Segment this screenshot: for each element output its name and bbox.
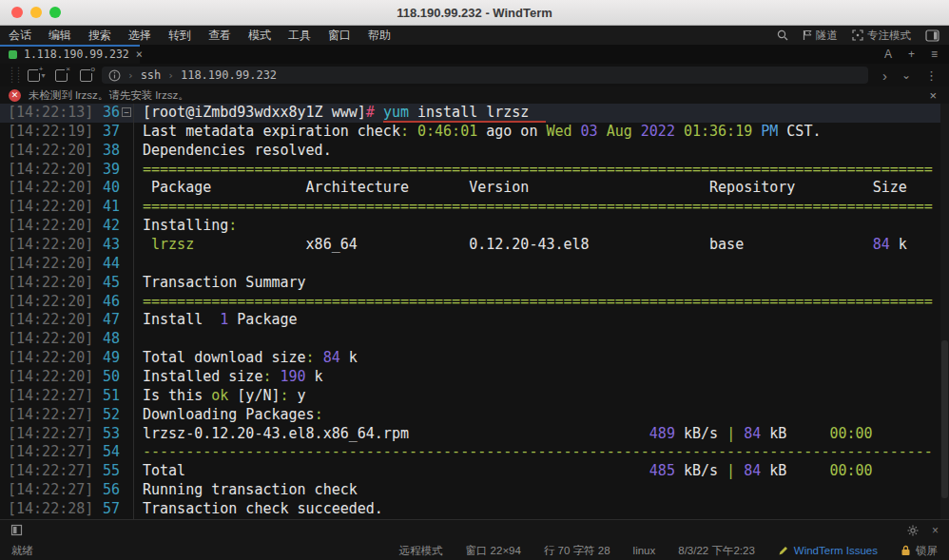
- menu-item-6[interactable]: 模式: [240, 28, 280, 44]
- line-number: 40: [93, 179, 120, 198]
- minimize-window-button[interactable]: [30, 7, 42, 18]
- panel-icon[interactable]: [10, 524, 23, 536]
- terminal-line: [14:22:20]46============================…: [0, 293, 949, 312]
- line-number: 53: [93, 425, 120, 444]
- terminal-line-text: [root@iZmbd93wdxx8y1Z www]# yum install …: [133, 104, 949, 123]
- terminal-line-text: Total 485 kB/s | 84 kB 00:00: [133, 462, 949, 481]
- tab-list-button[interactable]: ≡: [931, 48, 938, 61]
- kebab-menu-icon[interactable]: ⋮: [925, 68, 938, 83]
- titlebar: 118.190.99.232 - WindTerm: [0, 0, 949, 26]
- close-window-button[interactable]: [11, 7, 23, 18]
- clone-session-button[interactable]: o: [77, 68, 95, 83]
- breadcrumb-chevron-icon: ›: [127, 69, 134, 82]
- terminal-line: [14:22:20]41============================…: [0, 198, 949, 217]
- terminal-line-text: Package Architecture Version Repository …: [133, 179, 949, 198]
- terminal-line-text: Installed size: 190 k: [133, 368, 949, 387]
- status-cursor-position: 行 70 字符 28: [544, 544, 610, 558]
- menu-item-9[interactable]: 帮助: [359, 28, 399, 44]
- error-icon: ✕: [9, 89, 21, 102]
- line-number: 56: [93, 481, 120, 500]
- terminal-viewport[interactable]: [14:22:13]36−[root@iZmbd93wdxx8y1Z www]#…: [0, 104, 949, 519]
- tunnel-button[interactable]: 隧道: [803, 29, 838, 43]
- new-tab-button[interactable]: +: [908, 48, 915, 61]
- focus-mode-button[interactable]: 专注模式: [852, 29, 911, 43]
- terminal-scrollbar[interactable]: [940, 104, 949, 519]
- line-timestamp: [14:22:20]: [0, 236, 93, 255]
- panel-settings-gear-icon[interactable]: [907, 525, 919, 536]
- terminal-line: [14:22:20]42Installing:: [0, 217, 949, 236]
- terminal-line: [14:22:20]43 lrzsz x86_64 0.12.20-43.el8…: [0, 236, 949, 255]
- maximize-window-button[interactable]: [49, 7, 61, 18]
- line-timestamp: [14:22:20]: [0, 217, 93, 236]
- terminal-line: [14:22:27]51Is this ok [y/N]: y: [0, 387, 949, 406]
- menu-item-0[interactable]: 会话: [0, 28, 40, 44]
- menu-item-4[interactable]: 转到: [160, 28, 200, 44]
- notification-close-icon[interactable]: ×: [929, 88, 940, 103]
- new-session-button[interactable]: +▾: [28, 68, 46, 83]
- line-timestamp: [14:22:20]: [0, 330, 93, 349]
- menu-item-7[interactable]: 工具: [280, 28, 320, 44]
- status-remote-mode[interactable]: 远程模式: [398, 544, 442, 558]
- terminal-line: [14:22:28]57Transaction check succeeded.: [0, 500, 949, 519]
- terminal-line-text: Is this ok [y/N]: y: [133, 387, 949, 406]
- line-number: 46: [93, 293, 120, 312]
- close-session-button[interactable]: ×: [52, 68, 70, 83]
- terminal-lines: [14:22:13]36−[root@iZmbd93wdxx8y1Z www]#…: [0, 104, 949, 519]
- chevron-down-icon[interactable]: ⌄: [901, 68, 911, 82]
- terminal-line-text: Last metadata expiration check: 0:46:01 …: [133, 123, 949, 142]
- terminal-line: [14:22:20]38Dependencies resolved.: [0, 142, 949, 161]
- tunnel-flag-icon: [803, 29, 812, 41]
- terminal-line: [14:22:19]37Last metadata expiration che…: [0, 123, 949, 142]
- info-icon[interactable]: [108, 69, 121, 82]
- menu-item-5[interactable]: 查看: [200, 28, 240, 44]
- menu-item-8[interactable]: 窗口: [320, 28, 359, 44]
- line-timestamp: [14:22:19]: [0, 123, 93, 142]
- toolbar-grip-handle[interactable]: ⋮⋮⋮⋮: [8, 67, 21, 84]
- toolbar: ⋮⋮⋮⋮ +▾ × o › ssh › 118.190.99.232 › ⌄ ⋮: [0, 64, 949, 87]
- notification-bar: ✕ 未检测到 lrzsz。请先安装 lrzsz。 ×: [0, 87, 949, 104]
- line-number: 49: [93, 349, 120, 368]
- breadcrumb-host[interactable]: 118.190.99.232: [181, 68, 277, 82]
- terminal-scrollbar-thumb[interactable]: [941, 340, 948, 498]
- lock-icon: [901, 545, 911, 556]
- status-os: linux: [633, 545, 656, 556]
- statusbar: 就绪 远程模式 窗口 22×94 行 70 字符 28 linux 8/3/22…: [0, 540, 949, 560]
- line-timestamp: [14:22:20]: [0, 293, 93, 312]
- search-icon[interactable]: [777, 29, 788, 41]
- status-issues-link[interactable]: WindTerm Issues: [778, 545, 878, 556]
- line-timestamp: [14:22:27]: [0, 406, 93, 425]
- line-number: 47: [93, 311, 120, 330]
- run-command-icon[interactable]: ›: [882, 68, 887, 84]
- status-lock-screen[interactable]: 锁屏: [901, 544, 938, 558]
- terminal-line-text: Transaction Summary: [133, 274, 949, 293]
- terminal-line-text: lrzsz-0.12.20-43.el8.x86_64.rpm 489 kB/s…: [133, 425, 949, 444]
- panel-layout-button[interactable]: [925, 29, 939, 42]
- line-number: 37: [93, 123, 120, 142]
- menu-item-2[interactable]: 搜索: [80, 28, 120, 44]
- tab-close-icon[interactable]: ×: [136, 48, 143, 61]
- terminal-line-text: ========================================…: [133, 198, 949, 217]
- windterm-window: 118.190.99.232 - WindTerm 会话编辑搜索选择转到查看模式…: [0, 0, 949, 560]
- font-size-button[interactable]: A: [884, 48, 892, 61]
- menu-item-1[interactable]: 编辑: [40, 28, 80, 44]
- terminal-line: [14:22:20]48: [0, 330, 949, 349]
- panel-close-icon[interactable]: ×: [932, 524, 939, 537]
- address-bar[interactable]: › ssh › 118.190.99.232: [102, 67, 868, 84]
- line-number: 44: [93, 255, 120, 274]
- terminal-line: [14:22:20]49Total download size: 84 k: [0, 349, 949, 368]
- focus-mode-icon: [852, 29, 863, 41]
- line-timestamp: [14:22:27]: [0, 443, 93, 462]
- line-timestamp: [14:22:20]: [0, 255, 93, 274]
- terminal-line-text: ========================================…: [133, 293, 949, 312]
- line-timestamp: [14:22:20]: [0, 349, 93, 368]
- session-tab[interactable]: 1.118.190.99.232 ×: [0, 45, 140, 64]
- breadcrumb-protocol[interactable]: ssh: [141, 68, 162, 82]
- bottom-panel-header: ×: [0, 519, 949, 540]
- line-timestamp: [14:22:20]: [0, 368, 93, 387]
- terminal-line-text: Running transaction check: [133, 481, 949, 500]
- line-number: 55: [93, 462, 120, 481]
- fold-marker-icon[interactable]: −: [122, 107, 131, 117]
- terminal-line: [14:22:27]53lrzsz-0.12.20-43.el8.x86_64.…: [0, 425, 949, 444]
- menu-item-3[interactable]: 选择: [120, 28, 160, 44]
- line-timestamp: [14:22:20]: [0, 274, 93, 293]
